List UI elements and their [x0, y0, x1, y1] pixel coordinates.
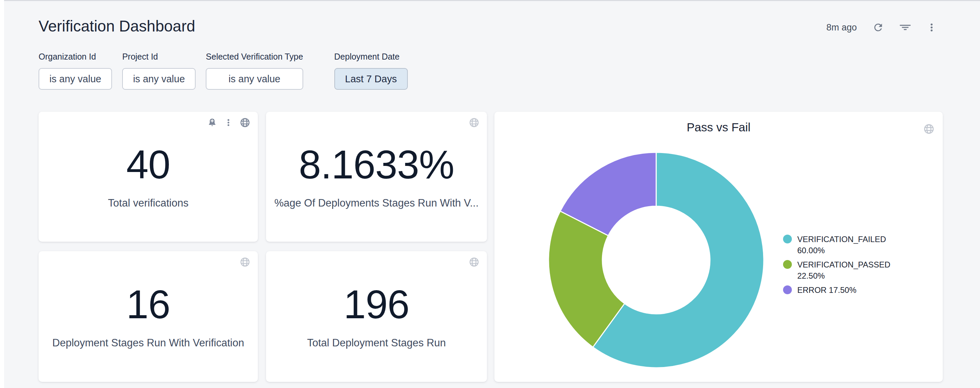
filter-label: Deployment Date: [334, 52, 408, 62]
kpi-label: Deployment Stages Run With Verification: [52, 337, 244, 349]
legend-label: VERIFICATION_PASSED 22.50%: [797, 259, 889, 281]
tile-icon-row: [207, 117, 250, 128]
tile-icon-row: [240, 257, 250, 267]
filter-value-button[interactable]: is any value: [38, 68, 112, 90]
legend-item-error[interactable]: ERROR 17.50%: [783, 284, 889, 295]
globe-icon: [469, 117, 479, 128]
legend-label: VERIFICATION_FAILED 60.00%: [797, 234, 889, 256]
kpi-value: 196: [344, 284, 409, 324]
page-title: Verification Dashboard: [38, 17, 195, 35]
kpi-value: 8.1633%: [299, 145, 454, 185]
kpi-label: Total verifications: [108, 197, 188, 209]
header-actions: 8m ago: [826, 19, 937, 35]
filter-selected-verification-type: Selected Verification Type is any value: [206, 52, 303, 90]
kebab-menu-icon[interactable]: [926, 22, 937, 32]
filter-organization-id: Organization Id is any value: [38, 52, 112, 90]
filter-label: Project Id: [122, 52, 196, 62]
refresh-icon[interactable]: [872, 22, 884, 33]
tile-icon-row: [469, 117, 479, 128]
kebab-menu-icon[interactable]: [224, 118, 233, 127]
legend-item-verification-failed[interactable]: VERIFICATION_FAILED 60.00%: [783, 234, 889, 256]
last-refresh-timestamp: 8m ago: [826, 22, 857, 33]
legend-label: ERROR 17.50%: [797, 284, 889, 295]
filter-deployment-date: Deployment Date Last 7 Days: [334, 52, 408, 90]
legend-item-verification-passed[interactable]: VERIFICATION_PASSED 22.50%: [783, 259, 889, 281]
kpi-card-stages-run-with-verification: 16 Deployment Stages Run With Verificati…: [38, 251, 258, 382]
tile-icon-row: [469, 257, 479, 267]
filter-value-button[interactable]: is any value: [122, 68, 196, 90]
page: { "header": { "title": "Verification Das…: [0, 0, 980, 388]
kpi-card-percent-stages-with-verification: 8.1633% %age Of Deployments Stages Run W…: [266, 112, 487, 242]
chart-legend: VERIFICATION_FAILED 60.00% VERIFICATION_…: [783, 234, 889, 295]
kpi-value: 16: [126, 284, 170, 324]
filter-value-button[interactable]: Last 7 Days: [334, 68, 408, 90]
filter-label: Selected Verification Type: [206, 52, 303, 62]
filter-project-id: Project Id is any value: [122, 52, 196, 90]
kpi-card-total-verifications: 40 Total verifications: [38, 112, 258, 242]
legend-swatch: [783, 235, 792, 243]
kpi-label: %age Of Deployments Stages Run With V...: [274, 197, 479, 209]
globe-icon: [923, 123, 935, 136]
globe-icon: [469, 257, 479, 267]
kpi-label: Total Deployment Stages Run: [307, 337, 445, 349]
chart-title: Pass vs Fail: [495, 121, 943, 134]
kpi-value: 40: [126, 145, 170, 185]
kpi-card-total-stages-run: 196 Total Deployment Stages Run: [266, 251, 487, 382]
legend-swatch: [783, 260, 792, 269]
legend-swatch: [783, 286, 792, 294]
globe-icon: [240, 257, 250, 267]
filter-value-button[interactable]: is any value: [206, 68, 303, 90]
globe-icon: [240, 117, 250, 128]
donut-chart: [538, 142, 775, 378]
filter-bar: Organization Id is any value Project Id …: [38, 52, 408, 90]
pass-vs-fail-chart-card: Pass vs Fail VERIFICATION_FAILED 60.00% …: [495, 112, 943, 382]
alert-bell-icon[interactable]: [207, 118, 217, 128]
filter-icon[interactable]: [899, 22, 911, 33]
filter-label: Organization Id: [38, 52, 112, 62]
dashboard: Verification Dashboard 8m ago Organizati…: [4, 0, 980, 388]
